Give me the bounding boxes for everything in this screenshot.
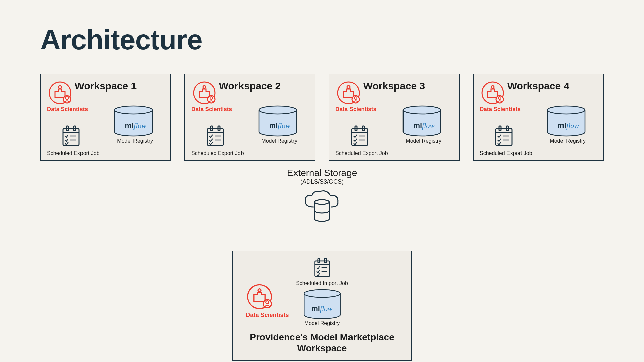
external-storage-subtitle: (ADLS/S3/GCS) xyxy=(287,178,357,185)
calendar-icon xyxy=(61,125,81,147)
workspace-2: Workspace 2 Data Scientists Scheduled Ex… xyxy=(184,74,315,161)
database-icon xyxy=(402,105,442,137)
scheduled-export-label: Scheduled Export Job xyxy=(480,150,532,156)
external-storage: External Storage (ADLS/S3/GCS) xyxy=(287,168,357,225)
database-icon xyxy=(546,105,586,137)
scheduled-export-label: Scheduled Export Job xyxy=(47,150,100,156)
workspace-3: Workspace 3 Data Scientists Scheduled Ex… xyxy=(329,74,460,161)
data-scientists-label: Data Scientists xyxy=(480,106,521,113)
database-icon xyxy=(258,105,298,137)
database-icon xyxy=(113,105,154,137)
calendar-icon xyxy=(313,257,331,278)
scheduled-export-label: Scheduled Export Job xyxy=(335,150,388,156)
scheduled-export-label: Scheduled Export Job xyxy=(191,150,244,156)
model-registry-label: Model Registry xyxy=(304,320,340,326)
model-registry-label: Model Registry xyxy=(406,138,441,144)
workspaces-row: Workspace 1 Data Scientists Scheduled Ex… xyxy=(40,74,604,161)
external-storage-title: External Storage xyxy=(287,168,357,178)
data-scientist-icon xyxy=(337,81,360,105)
marketplace-workspace: Scheduled Import Job Data Scientists mlf… xyxy=(232,251,412,361)
model-registry-label: Model Registry xyxy=(550,138,586,144)
data-scientist-icon xyxy=(48,81,72,105)
cloud-database-icon xyxy=(302,189,342,224)
data-scientists-label: Data Scientists xyxy=(246,312,289,319)
page-title: Architecture xyxy=(40,23,202,56)
scheduled-import-label: Scheduled Import Job xyxy=(296,280,348,286)
data-scientist-icon xyxy=(247,284,273,310)
data-scientists-label: Data Scientists xyxy=(191,106,232,113)
calendar-icon xyxy=(350,125,370,147)
data-scientist-icon xyxy=(193,81,216,105)
model-registry-label: Model Registry xyxy=(261,138,297,144)
workspace-1: Workspace 1 Data Scientists Scheduled Ex… xyxy=(40,74,171,161)
calendar-icon xyxy=(494,125,514,147)
data-scientists-label: Data Scientists xyxy=(335,106,376,113)
calendar-icon xyxy=(205,125,225,147)
model-registry-label: Model Registry xyxy=(117,138,153,144)
marketplace-title: Providence's Model Marketplace Workspace xyxy=(233,331,411,354)
mlflow-logo: mlflow xyxy=(311,304,333,313)
workspace-4: Workspace 4 Data Scientists Scheduled Ex… xyxy=(473,74,604,161)
data-scientists-label: Data Scientists xyxy=(47,106,88,113)
data-scientist-icon xyxy=(481,81,504,105)
